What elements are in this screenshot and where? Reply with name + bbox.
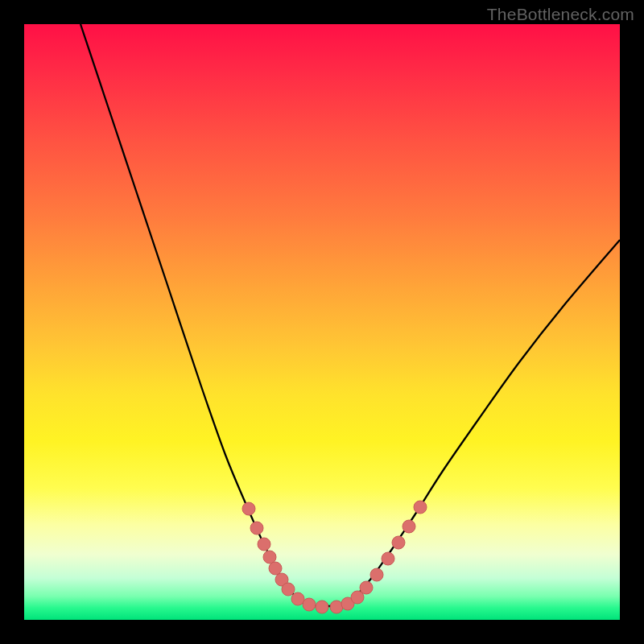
watermark-text: TheBottleneck.com: [487, 5, 634, 24]
plot-area: [24, 24, 620, 620]
data-point: [370, 568, 383, 581]
right-curve-path: [342, 240, 620, 606]
data-point: [414, 501, 427, 514]
data-point: [263, 551, 276, 564]
data-point: [242, 502, 255, 515]
left-curve-path: [80, 24, 314, 606]
data-point: [250, 522, 263, 535]
curve-layer: [24, 24, 620, 620]
data-point: [282, 583, 295, 596]
data-point: [402, 520, 415, 533]
data-point: [303, 598, 316, 611]
data-point: [330, 601, 343, 613]
chart-frame: TheBottleneck.com: [0, 0, 644, 644]
data-point: [392, 536, 405, 549]
data-point: [382, 552, 394, 565]
data-point: [258, 538, 270, 551]
data-point: [291, 592, 304, 605]
data-point: [269, 562, 282, 575]
marker-group: [242, 501, 427, 613]
data-point: [360, 581, 373, 594]
data-point: [316, 601, 328, 613]
